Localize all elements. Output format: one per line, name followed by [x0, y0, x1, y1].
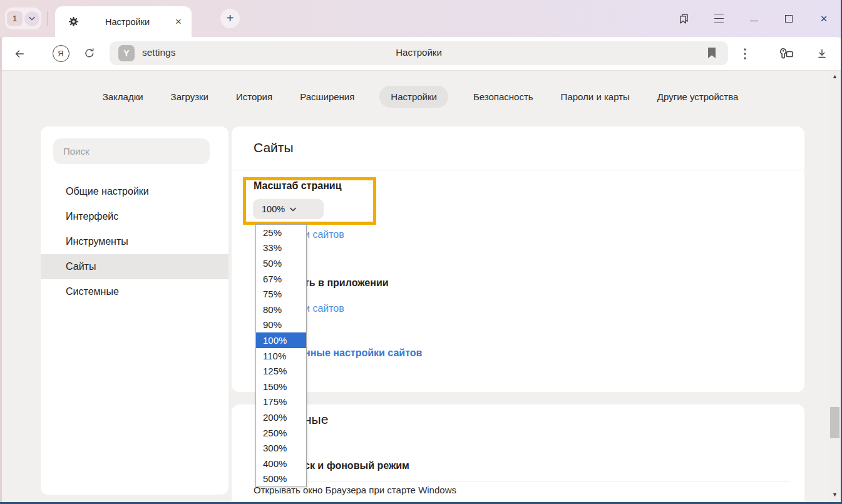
zoom-option[interactable]: 150% [256, 379, 306, 394]
back-icon[interactable] [10, 37, 29, 70]
address-bar[interactable]: Y settings Настройки [110, 41, 728, 65]
nav-tab-extensions[interactable]: Расширения [297, 86, 357, 108]
site-settings-link[interactable]: и сайтов [304, 229, 344, 240]
zoom-option[interactable]: 75% [256, 286, 306, 302]
site-settings-link-2[interactable]: и сайтов [304, 303, 344, 314]
tab-count-badge[interactable]: 1 [7, 11, 23, 26]
page-zoom-value: 100% [262, 204, 285, 214]
settings-nav: Закладки Загрузки История Расширения Нас… [0, 86, 841, 108]
settings-sidebar: Общие настройки Интерфейс Инструменты Са… [41, 126, 228, 495]
tab-title: Настройки [80, 17, 175, 27]
divider [232, 170, 804, 170]
zoom-option[interactable]: 110% [256, 348, 306, 364]
passwords-icon[interactable] [776, 37, 798, 70]
collections-icon[interactable] [671, 0, 696, 37]
zoom-option[interactable]: 500% [256, 471, 306, 487]
page-zoom-select[interactable]: 100% [253, 199, 324, 219]
zoom-option[interactable]: 400% [256, 456, 306, 471]
sidebar-list: Общие настройки Интерфейс Инструменты Са… [41, 179, 228, 304]
advanced-site-settings-link[interactable]: нные настройки сайтов [304, 347, 422, 359]
nav-tab-bookmarks[interactable]: Закладки [100, 86, 146, 108]
tab-settings[interactable]: Настройки × [55, 6, 192, 37]
refresh-icon[interactable] [80, 37, 99, 70]
zoom-option[interactable]: 25% [256, 225, 306, 240]
maximize-icon[interactable] [776, 0, 801, 37]
sidebar-item-interface[interactable]: Интерфейс [41, 204, 228, 229]
nav-tab-downloads[interactable]: Загрузки [168, 86, 211, 108]
section-title: Сайты [254, 140, 294, 155]
divider [48, 11, 48, 26]
zoom-option-selected[interactable]: 100% [256, 332, 306, 348]
zoom-option[interactable]: 50% [256, 255, 306, 271]
divider [254, 481, 789, 482]
download-icon[interactable] [813, 37, 831, 70]
page-scrollbar[interactable]: ▲ ▼ [829, 71, 841, 502]
zoom-option[interactable]: 250% [256, 425, 306, 441]
browser-toolbar: Я Y settings Настройки [0, 37, 842, 70]
bookmark-icon[interactable] [707, 47, 717, 59]
zoom-option[interactable]: 80% [256, 302, 306, 317]
chevron-down-icon[interactable] [24, 11, 39, 26]
yandex-logo-icon[interactable]: Я [51, 37, 70, 70]
page-zoom-label: Масштаб страниц [254, 180, 341, 192]
zoom-option[interactable]: 200% [256, 409, 306, 425]
close-tab-icon[interactable]: × [175, 16, 182, 27]
nav-tab-history[interactable]: История [234, 86, 275, 108]
zoom-option[interactable]: 125% [256, 363, 306, 379]
kebab-menu-icon[interactable] [737, 37, 752, 70]
nav-tab-security[interactable]: Безопасность [471, 86, 536, 108]
nav-tab-devices[interactable]: Другие устройства [655, 86, 741, 108]
zoom-option[interactable]: 33% [256, 240, 306, 256]
zoom-option[interactable]: 175% [256, 394, 306, 410]
sidebar-item-system[interactable]: Системные [41, 279, 228, 304]
sidebar-item-general[interactable]: Общие настройки [41, 179, 228, 204]
zoom-dropdown-list: 25% 33% 50% 67% 75% 80% 90% 100% 110% 12… [255, 224, 307, 487]
close-window-icon[interactable]: × [811, 0, 836, 37]
new-tab-button[interactable]: + [220, 9, 240, 28]
menu-icon[interactable] [706, 0, 731, 37]
scroll-down-icon[interactable]: ▼ [829, 491, 841, 498]
window-frame-left [0, 37, 2, 504]
gear-icon [68, 16, 80, 28]
nav-tab-passwords[interactable]: Пароли и карты [558, 86, 632, 108]
sidebar-item-tools[interactable]: Инструменты [41, 229, 228, 254]
zoom-option[interactable]: 90% [256, 317, 306, 333]
zoom-option[interactable]: 67% [256, 271, 306, 287]
address-bar-page-title: Настройки [110, 47, 728, 58]
chevron-down-icon [290, 207, 296, 212]
system-section-title: ные [304, 412, 328, 427]
open-in-app-label: ть в приложении [304, 277, 389, 289]
minimize-icon[interactable] [741, 0, 766, 37]
launch-background-label: ск и фоновый режим [304, 460, 409, 471]
nav-tab-settings[interactable]: Настройки [379, 86, 448, 108]
tab-bar: 1 [0, 0, 842, 37]
browser-window: 1 [0, 0, 842, 504]
sidebar-item-sites[interactable]: Сайты [41, 254, 228, 279]
zoom-option[interactable]: 300% [256, 440, 306, 456]
search-input[interactable] [53, 138, 210, 164]
scrollbar-thumb[interactable] [830, 407, 839, 438]
scroll-up-icon[interactable]: ▲ [829, 73, 841, 80]
tab-counter[interactable]: 1 [5, 8, 41, 29]
